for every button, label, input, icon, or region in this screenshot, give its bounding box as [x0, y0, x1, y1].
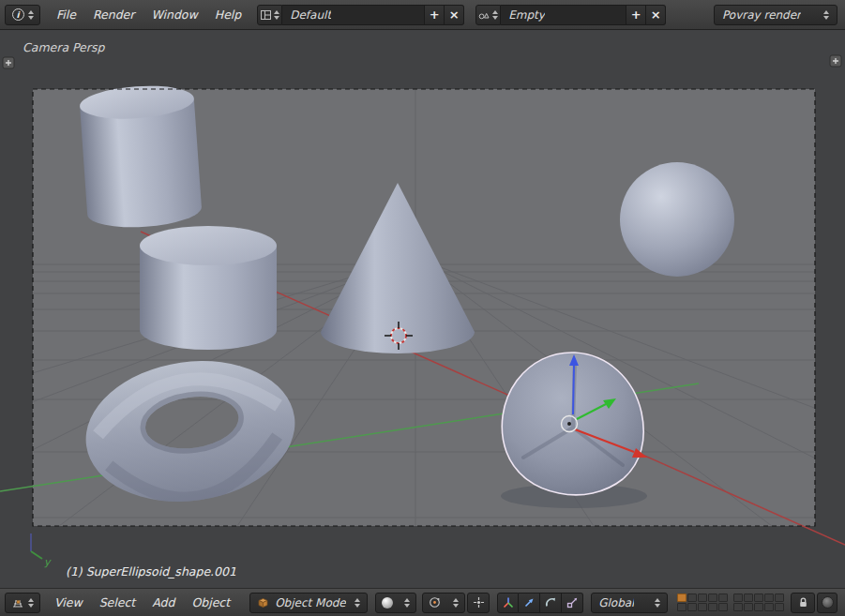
viewport-shading-dropdown[interactable]	[375, 593, 416, 613]
menu-file[interactable]: File	[48, 8, 84, 22]
info-editor-icon: i	[12, 8, 24, 21]
manipulator-axes-icon	[502, 596, 515, 609]
bottom-menu-bar: View Select Add Object	[46, 595, 238, 609]
shading-solid-icon	[382, 597, 393, 608]
close-icon: ×	[449, 8, 460, 22]
layer-group-1	[677, 593, 728, 611]
translate-manipulator-button[interactable]	[519, 593, 540, 613]
layer-toggle-16[interactable]	[733, 603, 743, 611]
layers-widget	[677, 593, 784, 611]
object-mode-cube-icon	[257, 596, 269, 608]
chevron-updown-icon	[28, 10, 34, 20]
orientation-value: Global	[598, 596, 634, 609]
scene-name-field[interactable]: Empty	[501, 5, 626, 25]
mode-value: Object Mode	[275, 596, 346, 609]
menu-select[interactable]: Select	[91, 595, 144, 609]
scale-manipulator-button[interactable]	[562, 593, 583, 613]
blender-window: i File Render Window Help Default +	[0, 0, 845, 616]
layer-toggle-20[interactable]	[775, 603, 784, 611]
layer-toggle-18[interactable]	[754, 603, 763, 611]
menu-render[interactable]: Render	[84, 8, 143, 22]
manipulate-center-points-toggle[interactable]	[467, 593, 490, 613]
lock-icon	[797, 596, 809, 608]
view-name-label: Camera Persp	[23, 40, 104, 54]
mode-dropdown[interactable]: Object Mode	[249, 593, 368, 613]
chevron-updown-icon	[655, 598, 660, 608]
layer-toggle-14[interactable]	[764, 593, 774, 602]
chevron-updown-icon	[274, 10, 279, 20]
menu-view[interactable]: View	[46, 595, 91, 609]
pivot-point-dropdown[interactable]	[422, 593, 465, 613]
layer-toggle-19[interactable]	[764, 603, 774, 611]
object-cylinder-tall[interactable]	[79, 83, 203, 231]
layer-toggle-4[interactable]	[708, 593, 717, 602]
transform-orientation-dropdown[interactable]: Global	[591, 593, 668, 613]
viewport-canvas[interactable]: y	[0, 30, 845, 588]
chevron-updown-icon	[404, 598, 410, 608]
chevron-updown-icon	[453, 598, 459, 608]
object-sphere[interactable]	[620, 162, 734, 277]
editor-type-button-3dview[interactable]	[5, 593, 40, 613]
scale-box-icon	[566, 596, 579, 609]
lock-button[interactable]	[791, 593, 815, 613]
manipulator-enable-button[interactable]	[497, 593, 519, 613]
chevron-updown-icon	[28, 598, 34, 608]
layer-toggle-7[interactable]	[687, 603, 697, 611]
viewport-editor-icon	[11, 596, 24, 608]
plus-icon: +	[430, 8, 440, 22]
rotate-manipulator-button[interactable]	[540, 593, 562, 613]
layer-toggle-11[interactable]	[733, 593, 743, 602]
chevron-updown-icon	[355, 598, 360, 608]
plus-icon: +	[631, 8, 641, 22]
region-split-widget-left[interactable]	[3, 57, 14, 68]
layer-toggle-1[interactable]	[677, 593, 687, 602]
add-scene-button[interactable]: +	[626, 5, 646, 25]
menu-window[interactable]: Window	[143, 8, 205, 22]
add-screen-button[interactable]: +	[425, 5, 445, 25]
menu-object[interactable]: Object	[183, 595, 238, 609]
layer-toggle-9[interactable]	[708, 603, 717, 611]
screen-layout-selector: Default + ×	[257, 5, 464, 25]
top-menu-bar: File Render Window Help	[48, 8, 249, 22]
menu-add[interactable]: Add	[143, 595, 183, 609]
render-engine-dropdown[interactable]: Povray render	[714, 5, 837, 25]
delete-scene-button[interactable]: ×	[646, 5, 666, 25]
screen-name-value: Default	[290, 8, 331, 22]
layer-toggle-13[interactable]	[754, 593, 763, 602]
scene-icon	[478, 9, 490, 20]
layer-toggle-10[interactable]	[718, 603, 728, 611]
layer-toggle-6[interactable]	[677, 603, 687, 611]
layer-toggle-8[interactable]	[698, 603, 707, 611]
pivot-center-icon	[429, 596, 441, 608]
browse-scenes-button[interactable]	[475, 5, 501, 25]
menu-help[interactable]: Help	[206, 8, 250, 22]
active-object-label: (1) SuperEllipsoid_shape.001	[66, 564, 236, 578]
layer-toggle-15[interactable]	[775, 593, 784, 602]
chevron-updown-icon	[823, 10, 829, 20]
layer-toggle-12[interactable]	[744, 593, 753, 602]
layer-toggle-2[interactable]	[687, 593, 697, 602]
layer-group-2	[733, 593, 784, 611]
top-header: i File Render Window Help Default +	[0, 0, 845, 30]
delete-screen-button[interactable]: ×	[445, 5, 464, 25]
translate-arrow-icon	[522, 596, 536, 609]
manipulator-toggles	[497, 593, 583, 613]
region-split-widget-right[interactable]	[830, 55, 841, 67]
scene-name-value: Empty	[508, 8, 545, 22]
bottom-header: View Select Add Object Object Mode	[0, 588, 845, 616]
rotate-arc-icon	[544, 596, 557, 609]
render-engine-value: Povray render	[722, 8, 801, 22]
editor-type-button-info[interactable]: i	[5, 5, 40, 25]
viewport-3d[interactable]: y Camera Persp (1) SuperEllipsoid_shape.…	[0, 30, 845, 588]
object-cylinder-short[interactable]	[140, 226, 277, 350]
center-points-icon	[473, 596, 485, 608]
browse-screens-button[interactable]	[257, 5, 282, 25]
layer-toggle-3[interactable]	[698, 593, 707, 602]
close-icon: ×	[651, 8, 661, 22]
layer-toggle-5[interactable]	[718, 593, 728, 602]
layer-toggle-17[interactable]	[744, 603, 753, 611]
scene-selector: Empty + ×	[475, 5, 666, 25]
screen-layout-icon	[261, 10, 271, 20]
screen-name-field[interactable]: Default	[282, 5, 425, 25]
opengl-render-button[interactable]	[817, 593, 837, 613]
